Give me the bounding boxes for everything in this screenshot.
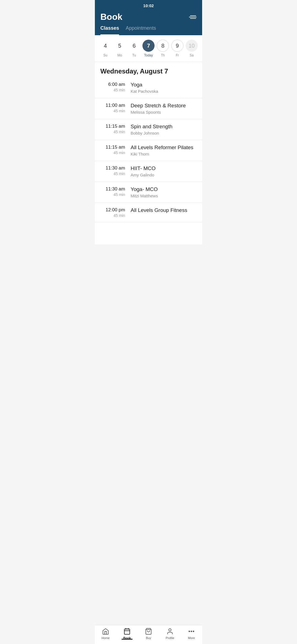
tab-bar: Classes Appointments [95,22,202,35]
time-value: 11:30 am [100,165,125,171]
calendar-day-9[interactable]: 9 Fr [171,40,183,57]
class-list: 6:00 am 45 min Yoga Kat Pachovska 11:00 … [95,77,202,244]
class-info: Deep Stretch & Restore Melissa Spoonts [131,103,186,114]
class-time: 11:15 am 45 min [100,124,131,134]
instructor-name: Kat Pachovska [131,89,158,94]
class-item[interactable]: 12:00 pm 45 min All Levels Group Fitness [95,203,202,222]
day-number: 6 [128,40,140,52]
filter-button[interactable] [189,15,197,19]
time-value: 11:15 am [100,124,125,129]
time-value: 11:00 am [100,103,125,108]
class-name: Spin and Strength [131,124,172,130]
tab-appointments[interactable]: Appointments [126,25,156,35]
duration-value: 45 min [100,192,125,197]
duration-value: 45 min [100,88,125,92]
instructor-name: Melissa Spoonts [131,110,186,114]
class-time: 11:00 am 45 min [100,103,131,113]
instructor-name: Bobby Johnson [131,131,172,135]
calendar-day-8[interactable]: 8 Th [157,40,169,57]
instructor-name: Mitzi Matthews [131,193,158,198]
class-info: All Levels Group Fitness [131,207,187,214]
day-label: Th [161,53,165,57]
day-number: 4 [99,40,111,52]
day-number: 8 [157,40,169,52]
filter-line-3 [190,18,196,19]
day-number: 5 [114,40,126,52]
class-info: HIIT- MCO Amy Galindo [131,165,156,177]
header: Book [95,10,202,22]
filter-line-2 [189,17,197,17]
status-bar: 10:02 [95,0,202,10]
day-label: Su [103,53,108,57]
day-label: Mo [117,53,122,57]
day-label: Fr [176,53,179,57]
class-item[interactable]: 11:15 am 45 min All Levels Reformer Pila… [95,140,202,161]
class-info: All Levels Reformer Pilates Kiki Thorn [131,144,193,156]
class-time: 11:30 am 45 min [100,165,131,176]
class-name: Yoga- MCO [131,186,158,192]
calendar-strip: 4 Su 5 Mo 6 Tu 7 Today 8 Th 9 Fr 10 Sa [95,35,202,62]
class-info: Spin and Strength Bobby Johnson [131,124,172,135]
duration-value: 45 min [100,171,125,176]
duration-value: 45 min [100,130,125,134]
filter-line-1 [190,15,196,16]
page-title: Book [100,12,122,22]
class-time: 6:00 am 45 min [100,82,131,92]
class-time: 11:15 am 45 min [100,144,131,155]
day-label: Tu [132,53,136,57]
class-name: Yoga [131,82,158,88]
class-name: HIIT- MCO [131,165,156,171]
class-item[interactable]: 11:30 am 45 min HIIT- MCO Amy Galindo [95,161,202,182]
duration-value: 45 min [100,213,125,218]
calendar-day-10[interactable]: 10 Sa [186,40,198,57]
status-time: 10:02 [143,3,154,8]
instructor-name: Kiki Thorn [131,152,193,156]
calendar-day-6[interactable]: 6 Tu [128,40,140,57]
time-value: 11:15 am [100,144,125,150]
class-name: All Levels Reformer Pilates [131,144,193,151]
class-item[interactable]: 11:30 am 45 min Yoga- MCO Mitzi Matthews [95,182,202,203]
class-item[interactable]: 11:15 am 45 min Spin and Strength Bobby … [95,119,202,140]
time-value: 12:00 pm [100,207,125,213]
time-value: 11:30 am [100,186,125,192]
date-heading: Wednesday, August 7 [95,62,202,77]
class-time: 11:30 am 45 min [100,186,131,197]
class-info: Yoga- MCO Mitzi Matthews [131,186,158,198]
class-info: Yoga Kat Pachovska [131,82,158,94]
calendar-day-4[interactable]: 4 Su [99,40,111,57]
class-item[interactable]: 11:00 am 45 min Deep Stretch & Restore M… [95,98,202,119]
time-value: 6:00 am [100,82,125,87]
tab-classes[interactable]: Classes [100,25,119,35]
day-number: 9 [171,40,183,52]
class-name: All Levels Group Fitness [131,207,187,213]
class-name: Deep Stretch & Restore [131,103,186,109]
duration-value: 45 min [100,109,125,113]
calendar-day-7-today[interactable]: 7 Today [142,40,155,57]
calendar-day-5[interactable]: 5 Mo [114,40,126,57]
day-label: Sa [189,53,194,57]
day-number: 7 [142,40,155,52]
class-item[interactable]: 6:00 am 45 min Yoga Kat Pachovska [95,77,202,98]
instructor-name: Amy Galindo [131,173,156,177]
class-time: 12:00 pm 45 min [100,207,131,218]
day-number: 10 [186,40,198,52]
duration-value: 45 min [100,151,125,155]
day-label: Today [144,53,153,57]
